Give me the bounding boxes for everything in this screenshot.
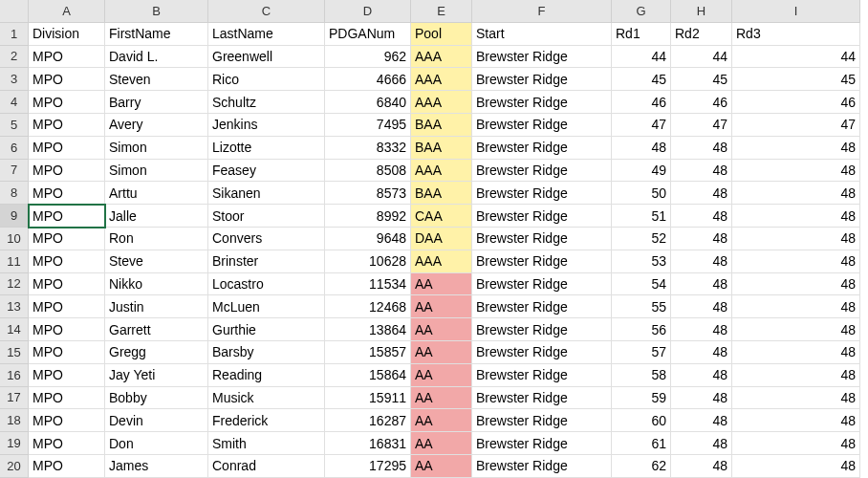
row-header-1[interactable]: 1: [0, 23, 29, 46]
cell-B20[interactable]: James: [105, 455, 208, 478]
cell-F9[interactable]: Brewster Ridge: [472, 205, 612, 228]
header-cell-firstname[interactable]: FirstName: [105, 23, 208, 46]
cell-E11[interactable]: AAA: [411, 250, 472, 273]
column-header-B[interactable]: B: [105, 0, 208, 23]
cell-C12[interactable]: Locastro: [208, 273, 325, 296]
cell-G15[interactable]: 57: [612, 341, 671, 364]
cell-A10[interactable]: MPO: [29, 228, 105, 250]
cell-H5[interactable]: 47: [671, 114, 732, 137]
cell-B14[interactable]: Garrett: [105, 318, 208, 341]
cell-I20[interactable]: 48: [732, 455, 860, 478]
cell-G3[interactable]: 45: [612, 68, 671, 91]
cell-G6[interactable]: 48: [612, 137, 671, 160]
cell-B3[interactable]: Steven: [105, 68, 208, 91]
spreadsheet-grid[interactable]: ABCDEFGHI1DivisionFirstNameLastNamePDGAN…: [0, 0, 868, 478]
row-header-3[interactable]: 3: [0, 68, 29, 91]
cell-B11[interactable]: Steve: [105, 250, 208, 273]
column-header-E[interactable]: E: [411, 0, 472, 23]
cell-I12[interactable]: 48: [732, 273, 860, 296]
header-cell-lastname[interactable]: LastName: [208, 23, 325, 46]
select-all-corner[interactable]: [0, 0, 29, 23]
cell-H14[interactable]: 48: [671, 318, 732, 341]
cell-A3[interactable]: MPO: [29, 68, 105, 91]
cell-F12[interactable]: Brewster Ridge: [472, 273, 612, 296]
cell-E16[interactable]: AA: [411, 364, 472, 387]
cell-E3[interactable]: AAA: [411, 68, 472, 91]
cell-A13[interactable]: MPO: [29, 295, 105, 318]
cell-C2[interactable]: Greenwell: [208, 46, 325, 69]
cell-H10[interactable]: 48: [671, 228, 732, 250]
column-header-A[interactable]: A: [29, 0, 105, 23]
cell-C17[interactable]: Musick: [208, 387, 325, 410]
column-header-G[interactable]: G: [612, 0, 671, 23]
cell-E20[interactable]: AA: [411, 455, 472, 478]
cell-C20[interactable]: Conrad: [208, 455, 325, 478]
cell-A14[interactable]: MPO: [29, 318, 105, 341]
cell-E17[interactable]: AA: [411, 387, 472, 410]
cell-E19[interactable]: AA: [411, 432, 472, 455]
cell-I8[interactable]: 48: [732, 182, 860, 205]
cell-I2[interactable]: 44: [732, 46, 860, 69]
cell-F16[interactable]: Brewster Ridge: [472, 364, 612, 387]
cell-A15[interactable]: MPO: [29, 341, 105, 364]
cell-C5[interactable]: Jenkins: [208, 114, 325, 137]
cell-H13[interactable]: 48: [671, 295, 732, 318]
cell-D3[interactable]: 4666: [325, 68, 411, 91]
cell-D11[interactable]: 10628: [325, 250, 411, 273]
cell-F3[interactable]: Brewster Ridge: [472, 68, 612, 91]
cell-D5[interactable]: 7495: [325, 114, 411, 137]
cell-G8[interactable]: 50: [612, 182, 671, 205]
cell-H4[interactable]: 46: [671, 91, 732, 114]
cell-F13[interactable]: Brewster Ridge: [472, 295, 612, 318]
cell-F18[interactable]: Brewster Ridge: [472, 409, 612, 432]
cell-G19[interactable]: 61: [612, 432, 671, 455]
cell-C18[interactable]: Frederick: [208, 409, 325, 432]
cell-G18[interactable]: 60: [612, 409, 671, 432]
cell-I17[interactable]: 48: [732, 387, 860, 410]
cell-A20[interactable]: MPO: [29, 455, 105, 478]
cell-F14[interactable]: Brewster Ridge: [472, 318, 612, 341]
cell-I6[interactable]: 48: [732, 137, 860, 160]
row-header-6[interactable]: 6: [0, 137, 29, 160]
cell-A17[interactable]: MPO: [29, 387, 105, 410]
cell-D19[interactable]: 16831: [325, 432, 411, 455]
cell-I19[interactable]: 48: [732, 432, 860, 455]
cell-G4[interactable]: 46: [612, 91, 671, 114]
cell-I7[interactable]: 48: [732, 160, 860, 183]
cell-F11[interactable]: Brewster Ridge: [472, 250, 612, 273]
cell-H20[interactable]: 48: [671, 455, 732, 478]
cell-D18[interactable]: 16287: [325, 409, 411, 432]
cell-E8[interactable]: BAA: [411, 182, 472, 205]
cell-I11[interactable]: 48: [732, 250, 860, 273]
cell-H15[interactable]: 48: [671, 341, 732, 364]
cell-G10[interactable]: 52: [612, 228, 671, 250]
cell-H16[interactable]: 48: [671, 364, 732, 387]
cell-I14[interactable]: 48: [732, 318, 860, 341]
row-header-15[interactable]: 15: [0, 341, 29, 364]
cell-C6[interactable]: Lizotte: [208, 137, 325, 160]
row-header-8[interactable]: 8: [0, 182, 29, 205]
row-header-2[interactable]: 2: [0, 46, 29, 69]
cell-D17[interactable]: 15911: [325, 387, 411, 410]
cell-H7[interactable]: 48: [671, 160, 732, 183]
cell-F6[interactable]: Brewster Ridge: [472, 137, 612, 160]
cell-G13[interactable]: 55: [612, 295, 671, 318]
cell-B9[interactable]: Jalle: [105, 205, 208, 228]
cell-I10[interactable]: 48: [732, 228, 860, 250]
cell-E2[interactable]: AAA: [411, 46, 472, 69]
column-header-D[interactable]: D: [325, 0, 411, 23]
cell-B6[interactable]: Simon: [105, 137, 208, 160]
cell-A12[interactable]: MPO: [29, 273, 105, 296]
header-cell-rd3[interactable]: Rd3: [732, 23, 860, 46]
cell-B19[interactable]: Don: [105, 432, 208, 455]
cell-A6[interactable]: MPO: [29, 137, 105, 160]
cell-E13[interactable]: AA: [411, 295, 472, 318]
cell-D12[interactable]: 11534: [325, 273, 411, 296]
row-header-16[interactable]: 16: [0, 364, 29, 387]
cell-B12[interactable]: Nikko: [105, 273, 208, 296]
cell-B15[interactable]: Gregg: [105, 341, 208, 364]
header-cell-rd1[interactable]: Rd1: [612, 23, 671, 46]
cell-H6[interactable]: 48: [671, 137, 732, 160]
cell-I16[interactable]: 48: [732, 364, 860, 387]
cell-B16[interactable]: Jay Yeti: [105, 364, 208, 387]
